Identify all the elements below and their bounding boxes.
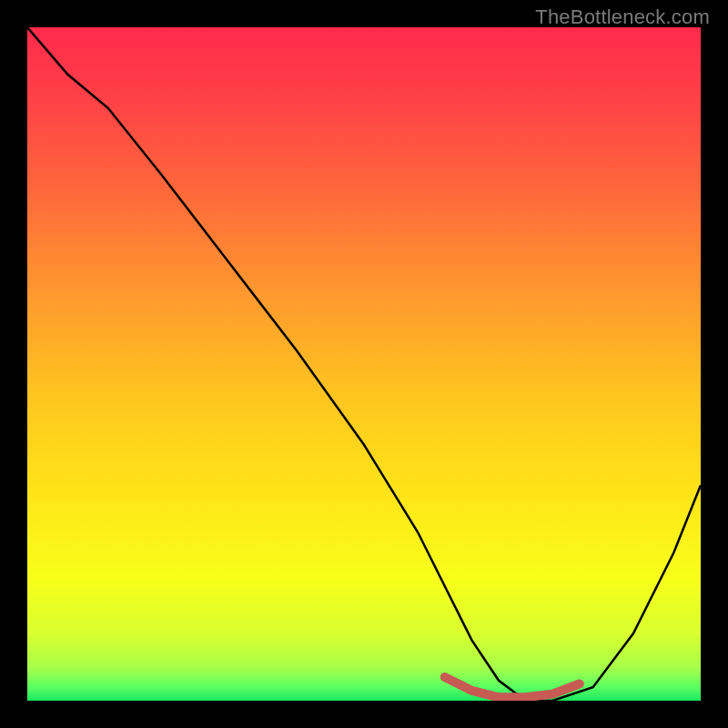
chart-area <box>27 27 701 701</box>
bottleneck-chart <box>27 27 701 701</box>
watermark-text: TheBottleneck.com <box>535 5 710 29</box>
gradient-background <box>27 27 701 701</box>
